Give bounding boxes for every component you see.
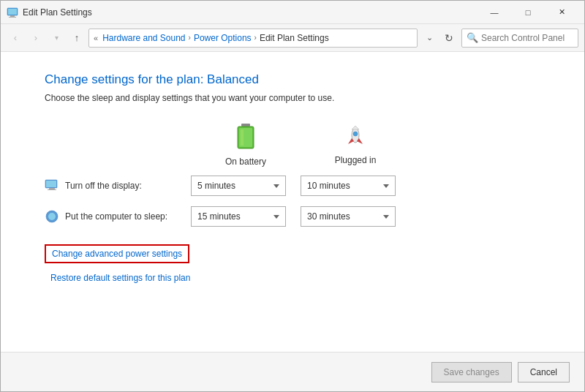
rocket-icon: [344, 125, 367, 152]
window-title: Edit Plan Settings: [23, 7, 478, 18]
display-battery-select[interactable]: 5 minutes 1 minute 2 minutes 3 minutes 1…: [191, 176, 286, 196]
title-bar: Edit Plan Settings — □ ✕: [1, 1, 584, 24]
main-window: Edit Plan Settings — □ ✕ ‹ › ▾ ↑ « Hardw…: [0, 0, 585, 392]
breadcrumb-item-hardware[interactable]: Hardware and Sound: [102, 33, 185, 43]
minimize-button[interactable]: —: [478, 1, 511, 24]
window-controls: — □ ✕: [478, 1, 578, 24]
display-pluggedin-select[interactable]: 10 minutes 1 minute 2 minutes 3 minutes …: [301, 176, 396, 196]
display-setting-row: Turn off the display: 5 minutes 1 minute…: [45, 176, 540, 196]
svg-rect-14: [46, 181, 56, 187]
svg-point-11: [353, 132, 358, 136]
restore-defaults-link[interactable]: Restore default settings for this plan: [50, 273, 190, 283]
advanced-power-link[interactable]: Change advanced power settings: [45, 244, 189, 263]
breadcrumb-current: Edit Plan Settings: [260, 33, 329, 43]
breadcrumb-sep-2: ›: [254, 34, 257, 42]
save-button[interactable]: Save changes: [431, 362, 512, 382]
search-icon: 🔍: [467, 32, 478, 43]
breadcrumb-item-power[interactable]: Power Options: [194, 33, 252, 43]
bottom-bar: Save changes Cancel: [1, 352, 584, 391]
svg-point-18: [48, 213, 56, 220]
breadcrumb-dropdown-button[interactable]: ⌄: [422, 29, 437, 47]
sleep-pluggedin-select[interactable]: 30 minutes 1 minute 2 minutes 3 minutes …: [301, 206, 396, 227]
pluggedin-column-header: Plugged in: [301, 125, 410, 165]
battery-column-header: On battery: [191, 124, 301, 167]
search-input[interactable]: [481, 33, 573, 43]
forward-button[interactable]: ›: [27, 29, 45, 47]
sleep-setting-row: Put the computer to sleep: 15 minutes 1 …: [45, 206, 540, 227]
sleep-label: Put the computer to sleep:: [65, 211, 167, 222]
svg-rect-4: [241, 124, 250, 127]
page-subtitle: Choose the sleep and display settings th…: [45, 93, 540, 103]
page-title: Change settings for the plan: Balanced: [45, 72, 540, 87]
svg-rect-7: [241, 129, 244, 146]
window-icon: [7, 7, 18, 18]
svg-marker-12: [352, 126, 359, 129]
refresh-button[interactable]: ↻: [439, 29, 458, 48]
up-button[interactable]: ↑: [68, 29, 86, 47]
content-area: Change settings for the plan: Balanced C…: [1, 52, 584, 352]
sleep-controls: 15 minutes 1 minute 2 minutes 3 minutes …: [191, 206, 410, 227]
svg-rect-15: [49, 188, 55, 189]
column-headers: On battery Plugged in: [191, 124, 540, 167]
address-bar: ‹ › ▾ ↑ « Hardware and Sound › Power Opt…: [1, 24, 584, 52]
pluggedin-column-label: Plugged in: [335, 155, 377, 165]
recent-button[interactable]: ▾: [48, 29, 65, 47]
back-button[interactable]: ‹: [7, 29, 24, 47]
battery-icon: [235, 124, 256, 154]
display-label: Turn off the display:: [65, 181, 142, 191]
breadcrumb-expand[interactable]: «: [94, 34, 98, 42]
cancel-button[interactable]: Cancel: [518, 362, 570, 382]
close-button[interactable]: ✕: [545, 1, 578, 24]
svg-rect-2: [9, 17, 16, 18]
breadcrumb-sep-1: ›: [189, 34, 191, 42]
svg-rect-1: [10, 15, 15, 17]
sleep-battery-select[interactable]: 15 minutes 1 minute 2 minutes 3 minutes …: [191, 206, 286, 227]
battery-column-label: On battery: [225, 157, 266, 167]
sleep-icon: [45, 209, 59, 224]
maximize-button[interactable]: □: [511, 1, 545, 24]
advanced-link-container: Change advanced power settings: [45, 244, 540, 263]
display-controls: 5 minutes 1 minute 2 minutes 3 minutes 1…: [191, 176, 410, 196]
search-bar: 🔍: [461, 29, 578, 48]
display-icon: [45, 178, 59, 193]
display-label-area: Turn off the display:: [45, 178, 191, 193]
svg-rect-16: [48, 189, 56, 190]
sleep-label-area: Put the computer to sleep:: [45, 209, 191, 224]
svg-rect-3: [8, 9, 17, 15]
breadcrumb-bar: « Hardware and Sound › Power Options › E…: [88, 29, 418, 48]
restore-link-container: Restore default settings for this plan: [45, 272, 540, 283]
